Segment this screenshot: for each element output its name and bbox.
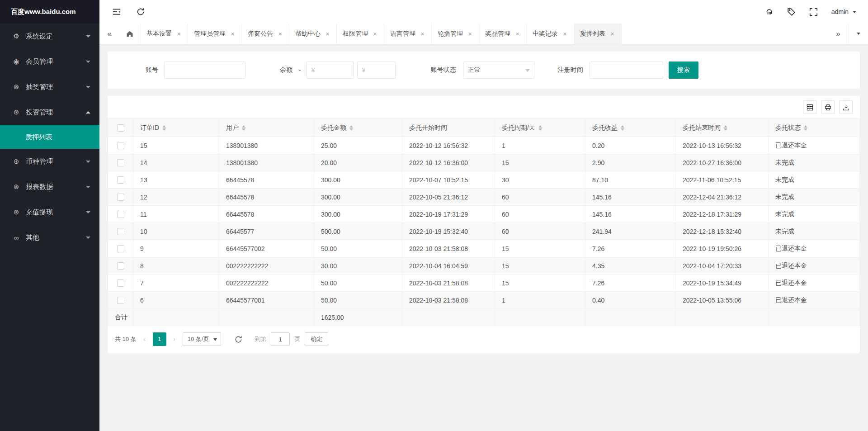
- row-checkbox[interactable]: [117, 176, 124, 184]
- cell-period: 60: [495, 206, 585, 223]
- col-user[interactable]: 用户: [219, 119, 314, 137]
- row-checkbox[interactable]: [117, 297, 124, 304]
- tab-language[interactable]: 语言管理 ×: [384, 24, 432, 44]
- sort-icon[interactable]: [538, 123, 542, 133]
- tab-home[interactable]: [119, 24, 141, 44]
- print-button[interactable]: [821, 100, 835, 114]
- balance-label: 余额: [280, 66, 292, 74]
- tab-admin-management[interactable]: 管理员管理 ×: [188, 24, 242, 44]
- close-icon[interactable]: ×: [176, 30, 182, 38]
- tab-winning-records[interactable]: 中奖记录 ×: [527, 24, 574, 44]
- balance-min-input[interactable]: [307, 62, 354, 79]
- cell-status: 未完成: [769, 154, 860, 171]
- tab-pledge-list[interactable]: 质押列表 ×: [574, 24, 622, 44]
- page-size-select[interactable]: 10 条/页: [183, 332, 222, 346]
- sidebar-item-members[interactable]: ◉ 会员管理: [0, 49, 99, 74]
- account-input[interactable]: [164, 62, 245, 79]
- col-end-time[interactable]: 委托结束时间: [676, 119, 769, 137]
- sort-icon[interactable]: [724, 123, 727, 133]
- close-icon[interactable]: ×: [420, 30, 425, 38]
- sidebar-item-currency[interactable]: ⊛ 币种管理: [0, 149, 99, 174]
- sidebar-item-label: 报表数据: [26, 183, 53, 191]
- sort-icon[interactable]: [621, 123, 624, 133]
- sort-icon[interactable]: [162, 123, 166, 133]
- cell-end-time: 2022-10-27 16:36:00: [676, 154, 769, 171]
- tab-popup-notice[interactable]: 弹窗公告 ×: [242, 24, 289, 44]
- chevron-down-icon: [86, 186, 90, 190]
- col-status[interactable]: 委托状态: [769, 119, 860, 137]
- goto-confirm-button[interactable]: 确定: [305, 332, 328, 346]
- register-time-input[interactable]: [590, 62, 663, 79]
- tab-scroll-left-icon[interactable]: «: [99, 24, 119, 44]
- tab-permissions[interactable]: 权限管理 ×: [337, 24, 384, 44]
- cell-empty: [585, 309, 676, 326]
- refresh-icon[interactable]: [137, 8, 145, 16]
- row-checkbox[interactable]: [117, 262, 124, 270]
- sort-icon[interactable]: [349, 123, 353, 133]
- sort-icon[interactable]: [804, 123, 807, 133]
- tab-carousel[interactable]: 轮播管理 ×: [432, 24, 479, 44]
- tab-prizes[interactable]: 奖品管理 ×: [479, 24, 527, 44]
- refresh-table-icon[interactable]: [232, 333, 245, 346]
- cell-profit: 87.10: [585, 171, 676, 189]
- goto-page-input[interactable]: [271, 332, 290, 346]
- select-all-checkbox[interactable]: [117, 124, 124, 132]
- sidebar-item-other[interactable]: ∞ 其他: [0, 225, 99, 250]
- col-period[interactable]: 委托周期/天: [495, 119, 585, 137]
- filter-columns-button[interactable]: [803, 100, 816, 114]
- balance-max-input[interactable]: [357, 62, 396, 79]
- sidebar-toggle-icon[interactable]: [112, 7, 121, 16]
- row-checkbox[interactable]: [117, 279, 124, 287]
- sort-icon[interactable]: [242, 123, 245, 133]
- sidebar-item-label: 抽奖管理: [26, 83, 53, 91]
- fullscreen-icon[interactable]: [809, 8, 818, 16]
- cell-status: 已退还本金: [769, 257, 860, 275]
- tag-icon[interactable]: [787, 8, 796, 16]
- close-icon[interactable]: ×: [230, 30, 236, 38]
- page-number-button[interactable]: 1: [153, 332, 166, 346]
- cell-user: 138001380: [219, 137, 314, 154]
- sidebar-item-lottery[interactable]: ⊛ 抽奖管理: [0, 74, 99, 99]
- sidebar-item-reports[interactable]: ⊛ 报表数据: [0, 174, 99, 199]
- tab-scroll-right-icon[interactable]: »: [828, 24, 848, 44]
- user-menu[interactable]: admin: [831, 8, 856, 15]
- col-amount[interactable]: 委托金额: [314, 119, 402, 137]
- tab-help-center[interactable]: 帮助中心 ×: [289, 24, 337, 44]
- sidebar-item-deposit-withdraw[interactable]: ⊛ 充值提现: [0, 199, 99, 225]
- account-status-label: 账号状态: [431, 66, 456, 74]
- table-row: 9 66445577002 50.00 2022-10-03 21:58:08 …: [108, 240, 860, 257]
- table-row: 11 66445578 300.00 2022-10-19 17:31:29 6…: [108, 206, 860, 223]
- sidebar-subitem-pledge-list[interactable]: 质押列表: [0, 125, 99, 149]
- table-card: 订单ID 用户 委托金额 委托开始时间 委托周期/天 委托收益 委托结束时间 委…: [108, 96, 860, 353]
- tab-options-button[interactable]: [848, 24, 868, 44]
- row-checkbox[interactable]: [117, 228, 124, 235]
- row-checkbox[interactable]: [117, 245, 124, 252]
- sidebar-item-system-settings[interactable]: ⚙ 系统设定: [0, 24, 99, 49]
- col-profit[interactable]: 委托收益: [585, 119, 676, 137]
- close-icon[interactable]: ×: [514, 30, 520, 38]
- row-checkbox[interactable]: [117, 142, 124, 149]
- account-status-select[interactable]: 正常: [463, 62, 534, 79]
- close-icon[interactable]: ×: [562, 30, 568, 38]
- row-checkbox[interactable]: [117, 194, 124, 201]
- clear-cache-icon[interactable]: [765, 8, 774, 16]
- row-checkbox[interactable]: [117, 159, 124, 166]
- close-icon[interactable]: ×: [467, 30, 473, 38]
- export-button[interactable]: [839, 100, 853, 114]
- next-page-icon[interactable]: ›: [171, 335, 178, 344]
- cell-period: 15: [495, 240, 585, 257]
- col-order-id[interactable]: 订单ID: [133, 119, 219, 137]
- sidebar-item-investment[interactable]: ⊛ 投资管理: [0, 99, 99, 125]
- row-checkbox[interactable]: [117, 211, 124, 218]
- close-icon[interactable]: ×: [277, 30, 283, 38]
- tab-basic-settings[interactable]: 基本设置 ×: [141, 24, 188, 44]
- cell-amount: 50.00: [314, 240, 402, 257]
- search-button[interactable]: 搜索: [669, 62, 698, 79]
- close-icon[interactable]: ×: [609, 30, 615, 38]
- prev-page-icon[interactable]: ‹: [141, 335, 148, 344]
- cell-period: 30: [495, 171, 585, 189]
- cell-period: 60: [495, 223, 585, 240]
- close-icon[interactable]: ×: [325, 30, 330, 38]
- close-icon[interactable]: ×: [372, 30, 378, 38]
- star-circle-icon: ⊛: [12, 157, 21, 166]
